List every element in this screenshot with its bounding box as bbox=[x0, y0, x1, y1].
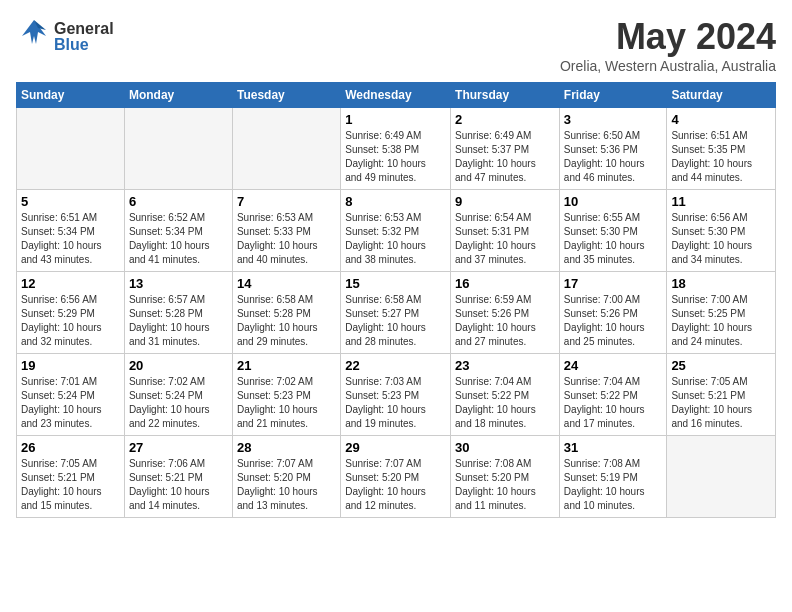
day-number: 10 bbox=[564, 194, 663, 209]
day-info: Sunrise: 6:49 AMSunset: 5:38 PMDaylight:… bbox=[345, 129, 446, 185]
calendar-day-cell: 2Sunrise: 6:49 AMSunset: 5:37 PMDaylight… bbox=[451, 108, 560, 190]
calendar-day-cell: 9Sunrise: 6:54 AMSunset: 5:31 PMDaylight… bbox=[451, 190, 560, 272]
calendar-week-row: 19Sunrise: 7:01 AMSunset: 5:24 PMDayligh… bbox=[17, 354, 776, 436]
day-number: 20 bbox=[129, 358, 228, 373]
day-info: Sunrise: 7:01 AMSunset: 5:24 PMDaylight:… bbox=[21, 375, 120, 431]
location-title: Orelia, Western Australia, Australia bbox=[560, 58, 776, 74]
calendar-day-cell: 19Sunrise: 7:01 AMSunset: 5:24 PMDayligh… bbox=[17, 354, 125, 436]
day-info: Sunrise: 7:02 AMSunset: 5:23 PMDaylight:… bbox=[237, 375, 336, 431]
day-info: Sunrise: 7:07 AMSunset: 5:20 PMDaylight:… bbox=[237, 457, 336, 513]
day-number: 13 bbox=[129, 276, 228, 291]
day-number: 19 bbox=[21, 358, 120, 373]
logo: General Blue bbox=[16, 16, 114, 58]
weekday-header: Monday bbox=[124, 83, 232, 108]
day-info: Sunrise: 7:06 AMSunset: 5:21 PMDaylight:… bbox=[129, 457, 228, 513]
calendar-week-row: 5Sunrise: 6:51 AMSunset: 5:34 PMDaylight… bbox=[17, 190, 776, 272]
calendar-day-cell: 22Sunrise: 7:03 AMSunset: 5:23 PMDayligh… bbox=[341, 354, 451, 436]
calendar-day-cell: 20Sunrise: 7:02 AMSunset: 5:24 PMDayligh… bbox=[124, 354, 232, 436]
day-info: Sunrise: 6:53 AMSunset: 5:33 PMDaylight:… bbox=[237, 211, 336, 267]
day-info: Sunrise: 6:56 AMSunset: 5:30 PMDaylight:… bbox=[671, 211, 771, 267]
day-info: Sunrise: 7:03 AMSunset: 5:23 PMDaylight:… bbox=[345, 375, 446, 431]
day-info: Sunrise: 6:57 AMSunset: 5:28 PMDaylight:… bbox=[129, 293, 228, 349]
logo-general-text: General bbox=[54, 21, 114, 37]
day-info: Sunrise: 6:58 AMSunset: 5:28 PMDaylight:… bbox=[237, 293, 336, 349]
day-info: Sunrise: 6:56 AMSunset: 5:29 PMDaylight:… bbox=[21, 293, 120, 349]
day-info: Sunrise: 7:08 AMSunset: 5:19 PMDaylight:… bbox=[564, 457, 663, 513]
logo-text: General Blue bbox=[54, 21, 114, 53]
day-info: Sunrise: 6:52 AMSunset: 5:34 PMDaylight:… bbox=[129, 211, 228, 267]
day-number: 30 bbox=[455, 440, 555, 455]
day-number: 28 bbox=[237, 440, 336, 455]
day-number: 15 bbox=[345, 276, 446, 291]
calendar-day-cell: 31Sunrise: 7:08 AMSunset: 5:19 PMDayligh… bbox=[559, 436, 667, 518]
day-number: 27 bbox=[129, 440, 228, 455]
day-info: Sunrise: 7:08 AMSunset: 5:20 PMDaylight:… bbox=[455, 457, 555, 513]
calendar-day-cell: 4Sunrise: 6:51 AMSunset: 5:35 PMDaylight… bbox=[667, 108, 776, 190]
day-number: 11 bbox=[671, 194, 771, 209]
calendar-day-cell: 3Sunrise: 6:50 AMSunset: 5:36 PMDaylight… bbox=[559, 108, 667, 190]
calendar-day-cell: 1Sunrise: 6:49 AMSunset: 5:38 PMDaylight… bbox=[341, 108, 451, 190]
day-number: 26 bbox=[21, 440, 120, 455]
day-number: 17 bbox=[564, 276, 663, 291]
calendar-week-row: 26Sunrise: 7:05 AMSunset: 5:21 PMDayligh… bbox=[17, 436, 776, 518]
calendar-day-cell: 24Sunrise: 7:04 AMSunset: 5:22 PMDayligh… bbox=[559, 354, 667, 436]
calendar-day-cell: 10Sunrise: 6:55 AMSunset: 5:30 PMDayligh… bbox=[559, 190, 667, 272]
calendar-week-row: 1Sunrise: 6:49 AMSunset: 5:38 PMDaylight… bbox=[17, 108, 776, 190]
day-number: 21 bbox=[237, 358, 336, 373]
calendar-day-cell: 7Sunrise: 6:53 AMSunset: 5:33 PMDaylight… bbox=[232, 190, 340, 272]
calendar-day-cell: 11Sunrise: 6:56 AMSunset: 5:30 PMDayligh… bbox=[667, 190, 776, 272]
calendar-day-cell: 25Sunrise: 7:05 AMSunset: 5:21 PMDayligh… bbox=[667, 354, 776, 436]
weekday-header: Saturday bbox=[667, 83, 776, 108]
calendar-day-cell: 16Sunrise: 6:59 AMSunset: 5:26 PMDayligh… bbox=[451, 272, 560, 354]
day-info: Sunrise: 7:07 AMSunset: 5:20 PMDaylight:… bbox=[345, 457, 446, 513]
day-number: 25 bbox=[671, 358, 771, 373]
day-info: Sunrise: 6:58 AMSunset: 5:27 PMDaylight:… bbox=[345, 293, 446, 349]
day-number: 12 bbox=[21, 276, 120, 291]
day-number: 31 bbox=[564, 440, 663, 455]
calendar-day-cell: 18Sunrise: 7:00 AMSunset: 5:25 PMDayligh… bbox=[667, 272, 776, 354]
day-info: Sunrise: 7:02 AMSunset: 5:24 PMDaylight:… bbox=[129, 375, 228, 431]
day-info: Sunrise: 6:55 AMSunset: 5:30 PMDaylight:… bbox=[564, 211, 663, 267]
weekday-header: Thursday bbox=[451, 83, 560, 108]
day-number: 16 bbox=[455, 276, 555, 291]
calendar-day-cell: 28Sunrise: 7:07 AMSunset: 5:20 PMDayligh… bbox=[232, 436, 340, 518]
title-area: May 2024 Orelia, Western Australia, Aust… bbox=[560, 16, 776, 74]
day-info: Sunrise: 6:49 AMSunset: 5:37 PMDaylight:… bbox=[455, 129, 555, 185]
calendar-header-row: SundayMondayTuesdayWednesdayThursdayFrid… bbox=[17, 83, 776, 108]
day-info: Sunrise: 6:51 AMSunset: 5:35 PMDaylight:… bbox=[671, 129, 771, 185]
day-info: Sunrise: 6:50 AMSunset: 5:36 PMDaylight:… bbox=[564, 129, 663, 185]
weekday-header: Friday bbox=[559, 83, 667, 108]
calendar-day-cell bbox=[17, 108, 125, 190]
day-info: Sunrise: 6:51 AMSunset: 5:34 PMDaylight:… bbox=[21, 211, 120, 267]
calendar-day-cell: 12Sunrise: 6:56 AMSunset: 5:29 PMDayligh… bbox=[17, 272, 125, 354]
logo-bird-icon bbox=[16, 16, 52, 58]
day-info: Sunrise: 7:04 AMSunset: 5:22 PMDaylight:… bbox=[455, 375, 555, 431]
day-number: 3 bbox=[564, 112, 663, 127]
weekday-header: Tuesday bbox=[232, 83, 340, 108]
weekday-header: Sunday bbox=[17, 83, 125, 108]
day-number: 7 bbox=[237, 194, 336, 209]
calendar-week-row: 12Sunrise: 6:56 AMSunset: 5:29 PMDayligh… bbox=[17, 272, 776, 354]
calendar-day-cell: 5Sunrise: 6:51 AMSunset: 5:34 PMDaylight… bbox=[17, 190, 125, 272]
month-title: May 2024 bbox=[560, 16, 776, 58]
calendar-day-cell: 13Sunrise: 6:57 AMSunset: 5:28 PMDayligh… bbox=[124, 272, 232, 354]
day-info: Sunrise: 6:59 AMSunset: 5:26 PMDaylight:… bbox=[455, 293, 555, 349]
calendar-day-cell: 23Sunrise: 7:04 AMSunset: 5:22 PMDayligh… bbox=[451, 354, 560, 436]
day-number: 2 bbox=[455, 112, 555, 127]
calendar-day-cell bbox=[667, 436, 776, 518]
day-number: 14 bbox=[237, 276, 336, 291]
calendar-day-cell: 21Sunrise: 7:02 AMSunset: 5:23 PMDayligh… bbox=[232, 354, 340, 436]
page-header: General Blue May 2024 Orelia, Western Au… bbox=[16, 16, 776, 74]
day-info: Sunrise: 7:05 AMSunset: 5:21 PMDaylight:… bbox=[671, 375, 771, 431]
calendar-day-cell: 30Sunrise: 7:08 AMSunset: 5:20 PMDayligh… bbox=[451, 436, 560, 518]
day-number: 29 bbox=[345, 440, 446, 455]
day-info: Sunrise: 7:00 AMSunset: 5:25 PMDaylight:… bbox=[671, 293, 771, 349]
day-number: 24 bbox=[564, 358, 663, 373]
day-info: Sunrise: 7:05 AMSunset: 5:21 PMDaylight:… bbox=[21, 457, 120, 513]
weekday-header: Wednesday bbox=[341, 83, 451, 108]
calendar-day-cell: 14Sunrise: 6:58 AMSunset: 5:28 PMDayligh… bbox=[232, 272, 340, 354]
day-number: 5 bbox=[21, 194, 120, 209]
day-number: 8 bbox=[345, 194, 446, 209]
day-number: 9 bbox=[455, 194, 555, 209]
day-number: 18 bbox=[671, 276, 771, 291]
